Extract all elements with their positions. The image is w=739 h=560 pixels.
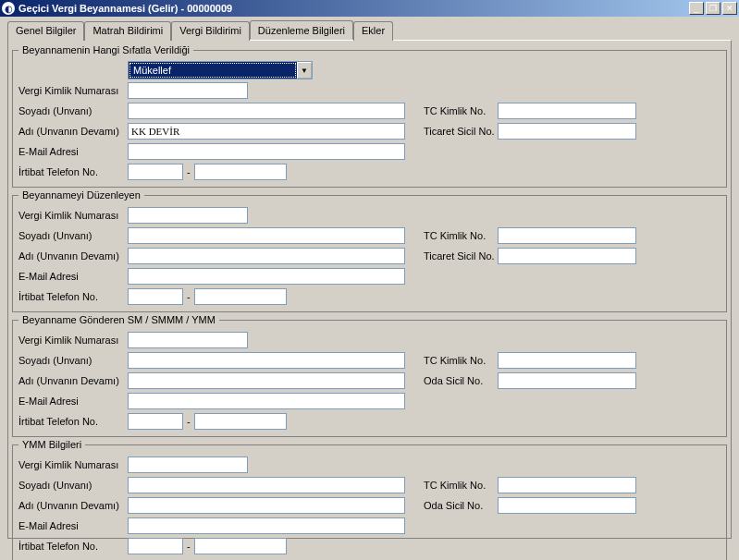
label-vkn: Vergi Kimlik Numarası bbox=[18, 85, 128, 96]
g1-adi-input[interactable] bbox=[128, 123, 405, 140]
label-email: E-Mail Adresi bbox=[18, 520, 128, 531]
label-soyadi: Soyadı (Unvanı) bbox=[18, 355, 128, 366]
label-adi: Adı (Unvanın Devamı) bbox=[18, 500, 128, 511]
phone-separator: - bbox=[187, 416, 191, 427]
label-tel: İrtibat Telefon No. bbox=[18, 416, 128, 427]
g2-ticaret-input[interactable] bbox=[498, 248, 636, 264]
label-tel: İrtibat Telefon No. bbox=[18, 291, 128, 302]
g4-adi-input[interactable] bbox=[128, 497, 405, 514]
g2-adi-input[interactable] bbox=[128, 248, 405, 264]
g4-tel1-input[interactable] bbox=[128, 538, 183, 554]
window-title: Geçici Vergi Beyannamesi (Gelir) - 00000… bbox=[18, 3, 689, 14]
label-adi: Adı (Unvanın Devamı) bbox=[18, 375, 128, 386]
group-gonderen-legend: Beyanname Gönderen SM / SMMM / YMM bbox=[18, 314, 219, 325]
sifat-dropdown[interactable]: Mükellef ▼ bbox=[128, 61, 313, 79]
label-soyadi: Soyadı (Unvanı) bbox=[18, 480, 128, 491]
group-sifat-legend: Beyannamenin Hangi Sıfatla Verildiği bbox=[18, 44, 193, 55]
group-duzenleyen-legend: Beyannameyi Düzenleyen bbox=[18, 189, 144, 201]
label-email: E-Mail Adresi bbox=[18, 146, 128, 157]
tab-vergi-bildirimi[interactable]: Vergi Bildirimi bbox=[171, 21, 250, 41]
g3-oda-input[interactable] bbox=[498, 372, 636, 389]
phone-separator: - bbox=[187, 291, 191, 302]
label-oda: Oda Sicil No. bbox=[424, 375, 498, 386]
g3-vkn-input[interactable] bbox=[128, 332, 248, 348]
g2-email-input[interactable] bbox=[128, 268, 405, 285]
group-ymm: YMM Bilgileri Vergi Kimlik Numarası Soya… bbox=[12, 439, 727, 560]
g3-adi-input[interactable] bbox=[128, 372, 405, 389]
g4-vkn-input[interactable] bbox=[128, 457, 248, 473]
titlebar: ◐ Geçici Vergi Beyannamesi (Gelir) - 000… bbox=[0, 0, 739, 17]
g2-tel2-input[interactable] bbox=[194, 288, 287, 305]
g2-tel1-input[interactable] bbox=[128, 288, 183, 305]
g3-tel1-input[interactable] bbox=[128, 413, 183, 430]
restore-button[interactable]: ❐ bbox=[706, 2, 721, 15]
close-button[interactable]: ✕ bbox=[722, 2, 737, 15]
label-tel: İrtibat Telefon No. bbox=[18, 541, 128, 552]
g1-tel1-input[interactable] bbox=[128, 164, 183, 180]
g1-soyadi-input[interactable] bbox=[128, 103, 405, 119]
label-vkn: Vergi Kimlik Numarası bbox=[18, 335, 128, 346]
label-oda: Oda Sicil No. bbox=[424, 500, 498, 511]
label-email: E-Mail Adresi bbox=[18, 271, 128, 282]
label-tckn: TC Kimlik No. bbox=[424, 480, 498, 491]
g1-tel2-input[interactable] bbox=[194, 164, 287, 180]
tab-matrah-bildirimi[interactable]: Matrah Bildirimi bbox=[84, 21, 171, 41]
g4-tel2-input[interactable] bbox=[194, 538, 287, 554]
label-adi: Adı (Unvanın Devamı) bbox=[18, 250, 128, 262]
group-sifat: Beyannamenin Hangi Sıfatla Verildiği Mük… bbox=[12, 44, 727, 188]
g1-ticaret-input[interactable] bbox=[498, 123, 636, 140]
g4-soyadi-input[interactable] bbox=[128, 477, 405, 493]
label-email: E-Mail Adresi bbox=[18, 396, 128, 407]
tab-strip: Genel Bilgiler Matrah Bildirimi Vergi Bi… bbox=[7, 20, 732, 40]
g2-tckn-input[interactable] bbox=[498, 227, 636, 244]
tab-genel-bilgiler[interactable]: Genel Bilgiler bbox=[7, 21, 84, 41]
g2-soyadi-input[interactable] bbox=[128, 227, 405, 244]
group-ymm-legend: YMM Bilgileri bbox=[18, 439, 85, 450]
sifat-dropdown-text: Mükellef bbox=[129, 63, 296, 78]
g4-tckn-input[interactable] bbox=[498, 477, 636, 493]
label-adi: Adı (Unvanın Devamı) bbox=[18, 126, 128, 137]
tab-panel: Beyannamenin Hangi Sıfatla Verildiği Mük… bbox=[7, 40, 732, 539]
label-tckn: TC Kimlik No. bbox=[424, 230, 498, 241]
label-vkn: Vergi Kimlik Numarası bbox=[18, 210, 128, 221]
minimize-button[interactable]: _ bbox=[689, 2, 704, 15]
g3-tckn-input[interactable] bbox=[498, 352, 636, 369]
g2-vkn-input[interactable] bbox=[128, 207, 248, 224]
g4-email-input[interactable] bbox=[128, 517, 405, 534]
label-tckn: TC Kimlik No. bbox=[424, 105, 498, 116]
g1-tckn-input[interactable] bbox=[498, 103, 636, 119]
label-soyadi: Soyadı (Unvanı) bbox=[18, 105, 128, 116]
label-ticaret: Ticaret Sicil No. bbox=[424, 250, 498, 262]
tab-duzenleme-bilgileri[interactable]: Düzenleme Bilgileri bbox=[250, 20, 353, 40]
group-gonderen: Beyanname Gönderen SM / SMMM / YMM Vergi… bbox=[12, 314, 727, 437]
label-vkn: Vergi Kimlik Numarası bbox=[18, 459, 128, 470]
phone-separator: - bbox=[187, 541, 191, 552]
g3-email-input[interactable] bbox=[128, 393, 405, 409]
g3-soyadi-input[interactable] bbox=[128, 352, 405, 369]
g4-oda-input[interactable] bbox=[498, 497, 636, 514]
tab-ekler[interactable]: Ekler bbox=[353, 21, 393, 41]
g3-tel2-input[interactable] bbox=[194, 413, 287, 430]
group-duzenleyen: Beyannameyi Düzenleyen Vergi Kimlik Numa… bbox=[12, 189, 727, 312]
label-ticaret: Ticaret Sicil No. bbox=[424, 126, 498, 137]
label-soyadi: Soyadı (Unvanı) bbox=[18, 230, 128, 241]
label-tel: İrtibat Telefon No. bbox=[18, 166, 128, 177]
phone-separator: - bbox=[187, 166, 191, 177]
chevron-down-icon[interactable]: ▼ bbox=[297, 62, 312, 79]
g1-vkn-input[interactable] bbox=[128, 82, 248, 99]
label-tckn: TC Kimlik No. bbox=[424, 355, 498, 366]
g1-email-input[interactable] bbox=[128, 143, 405, 160]
app-icon: ◐ bbox=[2, 2, 15, 15]
